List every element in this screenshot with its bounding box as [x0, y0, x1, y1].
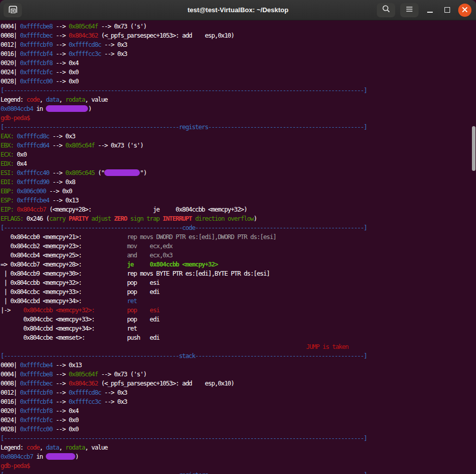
- terminal-line: 0016| 0xffffcbf4 --> 0xffffcc3c --> 0x3: [1, 397, 472, 406]
- terminal-line: 0008| 0xffffcbec --> 0x804c362 (<_ppfs_p…: [1, 379, 472, 388]
- redaction-blob: [46, 453, 75, 460]
- terminal-line: 0020| 0xffffcbf8 --> 0x4: [1, 406, 472, 416]
- search-button[interactable]: [377, 3, 395, 17]
- terminal-line: 0x804ccbe <memset>: push edi: [1, 333, 472, 342]
- terminal-line: gdb-peda$: [1, 461, 472, 470]
- terminal-line: 0012| 0xffffcbf0 --> 0xffffcd8c --> 0x3: [1, 388, 472, 397]
- search-icon: [382, 5, 391, 15]
- terminal-output[interactable]: 0004| 0xffffcbe8 --> 0x805c64f --> 0x73 …: [1, 20, 472, 474]
- maximize-button[interactable]: [441, 4, 453, 16]
- terminal-line: | 0x804ccbc <memcpy+33>: pop edi: [1, 287, 472, 297]
- terminal-line: 0x0804ccb4 in ): [1, 104, 472, 113]
- terminal-line: 0024| 0xffffcbfc --> 0x0: [1, 68, 472, 77]
- terminal-line: ESI: 0xffffcc40 --> 0x805c645 (""): [1, 168, 472, 177]
- terminal-line: EDX: 0x4: [1, 159, 472, 168]
- terminal-line: | 0x804ccbd <memcpy+34>: ret: [1, 297, 472, 306]
- terminal-line: 0004| 0xffffcbe8 --> 0x805c64f --> 0x73 …: [1, 370, 472, 379]
- terminal-line: [---------------------------------------…: [1, 223, 472, 232]
- terminal-line: ESP: 0xffffcbe4 --> 0x13: [1, 196, 472, 205]
- terminal-line: 0x804ccb4 <memcpy+25>: and ecx,0x3: [1, 251, 472, 260]
- terminal-line: EFLAGS: 0x246 (carry PARITY adjust ZERO …: [1, 214, 472, 223]
- terminal-line: [---------------------------------------…: [1, 434, 472, 443]
- terminal-line: 0x804ccbd <memcpy+34>: ret: [1, 324, 472, 333]
- terminal-line: EBX: 0xffffcd64 --> 0x805c64f --> 0x73 (…: [1, 141, 472, 150]
- new-tab-icon: [8, 5, 18, 15]
- terminal-line: 0x0804ccb7 in ): [1, 452, 472, 461]
- maximize-icon: [444, 7, 450, 13]
- scrollbar-thumb[interactable]: [472, 126, 475, 171]
- terminal-line: gdb-peda$: [1, 113, 472, 123]
- terminal-line: ECX: 0x0: [1, 150, 472, 159]
- terminal-line: | 0x804ccbb <memcpy+32>: pop esi: [1, 278, 472, 287]
- terminal-line: JUMP is taken: [1, 342, 472, 351]
- terminal-line: EIP: 0x804ccb7 (<memcpy+28>: je 0x804ccb…: [1, 205, 472, 214]
- close-icon: [462, 6, 468, 15]
- minimize-button[interactable]: [424, 4, 436, 16]
- terminal-line: 0008| 0xffffcbec --> 0x804c362 (<_ppfs_p…: [1, 31, 472, 40]
- terminal-line: 0024| 0xffffcbfc --> 0x0: [1, 416, 472, 425]
- terminal-line: 0028| 0xffffcc00 --> 0x0: [1, 425, 472, 434]
- new-tab-button[interactable]: [4, 3, 22, 17]
- terminal-line: EAX: 0xffffcd8c --> 0x3: [1, 132, 472, 141]
- terminal-line: |-> 0x804ccbb <memcpy+32>: pop esi: [1, 306, 472, 315]
- terminal-line: [---------------------------------------…: [1, 86, 472, 95]
- terminal-line: EDI: 0xffffcd90 --> 0x8: [1, 177, 472, 187]
- terminal-line: Legend: code, data, rodata, value: [1, 443, 472, 452]
- menu-button[interactable]: [400, 3, 419, 17]
- terminal-line: 0x804ccb0 <memcpy+21>: rep movs DWORD PT…: [1, 232, 472, 242]
- terminal-line: EBP: 0x806c000 --> 0x0: [1, 187, 472, 196]
- terminal-line: 0016| 0xffffcbf4 --> 0xffffcc3c --> 0x3: [1, 49, 472, 58]
- terminal-line: [---------------------------------------…: [1, 470, 472, 474]
- redaction-blob: [104, 169, 140, 176]
- terminal-line: => 0x804ccb7 <memcpy+28>: je 0x804ccbb <…: [1, 260, 472, 269]
- terminal-line: 0004| 0xffffcbe8 --> 0x805c64f --> 0x73 …: [1, 22, 472, 31]
- titlebar: test@test-VirtualBox: ~/Desktop: [0, 0, 476, 20]
- terminal-line: 0012| 0xffffcbf0 --> 0xffffcd8c --> 0x3: [1, 40, 472, 49]
- terminal-line: 0028| 0xffffcc00 --> 0x0: [1, 77, 472, 86]
- terminal-line: 0020| 0xffffcbf8 --> 0x4: [1, 58, 472, 68]
- terminal-line: 0x804ccb2 <memcpy+23>: mov ecx,edx: [1, 242, 472, 251]
- terminal-line: [---------------------------------------…: [1, 351, 472, 361]
- minimize-icon: [427, 12, 433, 13]
- terminal-line: 0000| 0xffffcbe4 --> 0x13: [1, 361, 472, 370]
- terminal-line: 0x804ccbc <memcpy+33>: pop edi: [1, 315, 472, 324]
- redaction-blob: [46, 105, 88, 112]
- hamburger-menu-icon: [405, 6, 413, 15]
- close-button[interactable]: [458, 4, 471, 17]
- terminal-line: | 0x804ccb9 <memcpy+30>: rep movs BYTE P…: [1, 269, 472, 278]
- terminal-line: Legend: code, data, rodata, value: [1, 95, 472, 104]
- terminal-line: [---------------------------------------…: [1, 123, 472, 132]
